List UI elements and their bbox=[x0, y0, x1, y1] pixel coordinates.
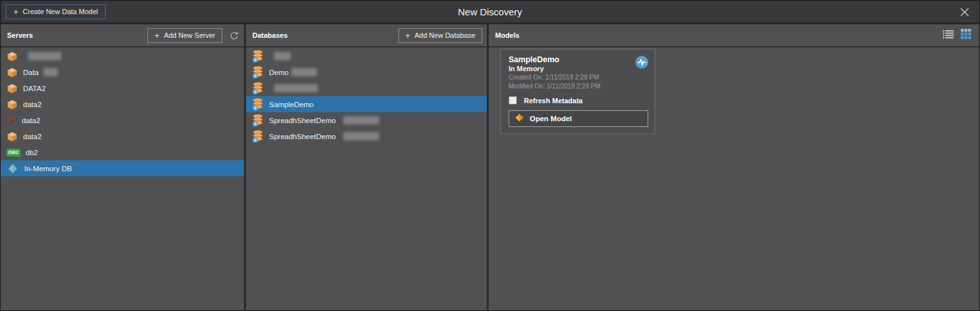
grid-view-icon[interactable] bbox=[961, 29, 971, 42]
servers-panel-title: Servers bbox=[7, 31, 147, 39]
database-row[interactable]: SpreadhSheetDemo bbox=[246, 128, 487, 144]
refresh-metadata-label: Refresh Metadata bbox=[524, 97, 583, 105]
redacted-text bbox=[274, 84, 318, 92]
server-label: data2 bbox=[22, 117, 40, 124]
create-new-data-model-button[interactable]: + Create New Data Model bbox=[6, 4, 106, 19]
servers-panel: Servers + Add New Server bbox=[1, 24, 246, 310]
open-model-button[interactable]: Open Model bbox=[509, 110, 648, 127]
server-row[interactable]: DATA2 bbox=[1, 80, 244, 96]
databases-panel-header: Databases + Add New Database bbox=[246, 24, 487, 47]
server-label: In-Memory DB bbox=[24, 165, 72, 172]
refresh-metadata-checkbox[interactable] bbox=[509, 96, 517, 105]
add-new-database-button[interactable]: + Add New Database bbox=[398, 28, 482, 43]
database-icon bbox=[252, 49, 264, 63]
servers-panel-header: Servers + Add New Server bbox=[1, 24, 244, 47]
database-label: SpreadhSheetDemo bbox=[269, 117, 336, 124]
server-label: db2 bbox=[26, 149, 38, 156]
db2-badge-icon: DB2 bbox=[6, 149, 20, 156]
database-icon bbox=[252, 130, 264, 143]
server-label: data2 bbox=[23, 101, 42, 108]
redacted-text bbox=[291, 68, 317, 76]
server-cube-icon bbox=[6, 131, 18, 142]
redacted-text bbox=[44, 68, 58, 76]
model-created-on: Created On: 1/11/2018 2:28 PM bbox=[509, 74, 648, 81]
plus-icon: + bbox=[154, 31, 159, 40]
server-label: DATA2 bbox=[23, 85, 45, 92]
database-icon bbox=[252, 113, 264, 127]
add-new-database-label: Add New Database bbox=[414, 31, 475, 39]
plus-icon: + bbox=[405, 31, 411, 40]
database-label: Demo bbox=[269, 69, 289, 76]
plus-icon: + bbox=[13, 8, 19, 16]
database-row-sampledemo[interactable]: SampleDemo bbox=[246, 96, 487, 112]
server-cube-icon bbox=[6, 67, 18, 78]
view-toggle-group bbox=[943, 29, 975, 42]
redacted-text bbox=[28, 52, 61, 60]
redacted-text bbox=[274, 52, 291, 60]
server-cube-icon bbox=[6, 99, 18, 110]
model-subtitle: In Memory bbox=[509, 65, 648, 72]
database-icon bbox=[252, 81, 264, 95]
database-row[interactable]: Demo bbox=[246, 64, 487, 80]
server-label: Data bbox=[23, 69, 38, 76]
refresh-servers-icon[interactable] bbox=[228, 29, 240, 41]
in-memory-diamond-icon bbox=[6, 163, 19, 174]
databases-panel-title: Databases bbox=[252, 31, 398, 39]
database-icon bbox=[252, 65, 264, 79]
database-label: SampleDemo bbox=[269, 101, 314, 108]
redacted-text bbox=[343, 132, 379, 140]
models-panel: Models bbox=[489, 24, 979, 310]
database-row[interactable] bbox=[246, 48, 487, 64]
databases-list: Demo SampleDemo bbox=[246, 47, 487, 144]
model-title: SampleDemo bbox=[509, 55, 648, 64]
model-card-sampledemo[interactable]: SampleDemo In Memory Created On: 1/11/20… bbox=[500, 49, 655, 134]
server-sql-icon bbox=[6, 115, 17, 126]
create-new-data-model-label: Create New Data Model bbox=[23, 8, 98, 15]
database-row[interactable]: SpreadhSheetDemo bbox=[246, 112, 487, 128]
server-cube-icon bbox=[6, 51, 18, 62]
add-new-server-button[interactable]: + Add New Server bbox=[147, 28, 222, 43]
database-icon bbox=[252, 97, 264, 111]
page-title: New Discovery bbox=[1, 6, 979, 17]
server-row[interactable]: DB2 db2 bbox=[1, 144, 244, 160]
server-row[interactable] bbox=[1, 48, 244, 64]
models-panel-title: Models bbox=[495, 31, 943, 39]
model-modified-on: Modified On: 1/11/2018 2:28 PM bbox=[509, 83, 648, 90]
refresh-metadata-row: Refresh Metadata bbox=[509, 96, 648, 105]
new-discovery-dialog: + Create New Data Model New Discovery Se… bbox=[0, 0, 980, 311]
server-row[interactable]: data2 bbox=[1, 112, 244, 128]
server-cube-icon bbox=[6, 83, 18, 94]
server-row[interactable]: data2 bbox=[1, 128, 244, 144]
list-view-icon[interactable] bbox=[943, 29, 954, 42]
server-row[interactable]: data2 bbox=[1, 96, 244, 112]
open-model-diamond-icon bbox=[515, 113, 524, 124]
add-new-server-label: Add New Server bbox=[164, 31, 215, 39]
close-icon[interactable] bbox=[958, 6, 971, 19]
redacted-text bbox=[343, 116, 379, 124]
database-label: SpreadhSheetDemo bbox=[269, 133, 336, 140]
open-model-label: Open Model bbox=[530, 115, 572, 122]
server-label: data2 bbox=[23, 133, 42, 140]
models-body: SampleDemo In Memory Created On: 1/11/20… bbox=[489, 47, 979, 134]
server-row[interactable]: Data bbox=[1, 64, 244, 80]
servers-list: Data DATA2 data2 bbox=[1, 47, 244, 176]
database-row[interactable] bbox=[246, 80, 487, 96]
panels-container: Servers + Add New Server bbox=[1, 24, 979, 310]
models-panel-header: Models bbox=[489, 24, 979, 47]
databases-panel: Databases + Add New Database bbox=[246, 24, 489, 310]
server-row-in-memory-db[interactable]: In-Memory DB bbox=[1, 160, 244, 176]
model-pulse-icon bbox=[635, 55, 649, 72]
titlebar: + Create New Data Model New Discovery bbox=[1, 1, 979, 24]
